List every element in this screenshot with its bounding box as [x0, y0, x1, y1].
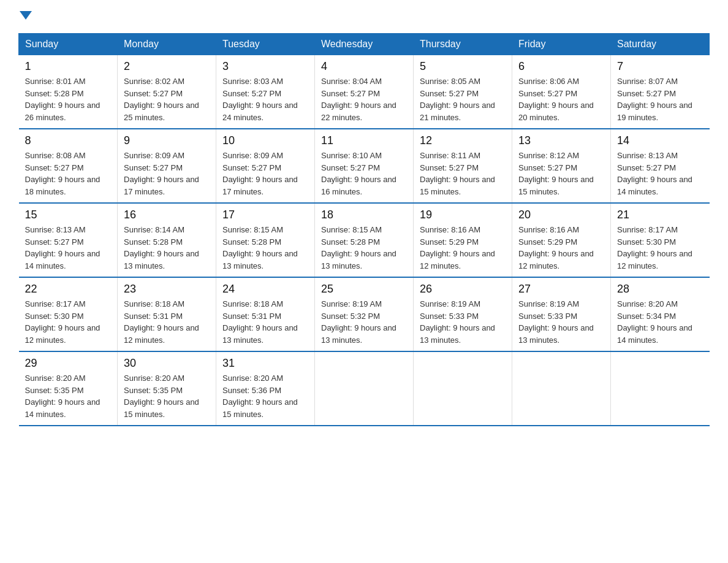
calendar-cell: 10 Sunrise: 8:09 AMSunset: 5:27 PMDaylig… — [216, 129, 315, 203]
calendar-cell: 29 Sunrise: 8:20 AMSunset: 5:35 PMDaylig… — [19, 351, 118, 426]
day-info: Sunrise: 8:19 AMSunset: 5:32 PMDaylight:… — [321, 299, 396, 345]
day-number: 21 — [617, 209, 703, 221]
day-number: 1 — [25, 60, 112, 73]
col-header-thursday: Thursday — [414, 34, 512, 55]
day-number: 11 — [321, 134, 407, 147]
calendar-cell: 28 Sunrise: 8:20 AMSunset: 5:34 PMDaylig… — [611, 277, 710, 351]
calendar-cell: 8 Sunrise: 8:08 AMSunset: 5:27 PMDayligh… — [19, 129, 118, 203]
day-number: 25 — [321, 283, 407, 296]
day-number: 20 — [518, 209, 604, 221]
calendar-cell: 27 Sunrise: 8:19 AMSunset: 5:33 PMDaylig… — [512, 277, 611, 351]
day-number: 29 — [25, 357, 112, 370]
col-header-saturday: Saturday — [611, 34, 710, 55]
calendar-cell: 7 Sunrise: 8:07 AMSunset: 5:27 PMDayligh… — [611, 55, 710, 129]
day-info: Sunrise: 8:06 AMSunset: 5:27 PMDaylight:… — [518, 77, 594, 122]
day-info: Sunrise: 8:03 AMSunset: 5:27 PMDaylight:… — [222, 77, 298, 122]
col-header-monday: Monday — [118, 34, 216, 55]
calendar-cell: 9 Sunrise: 8:09 AMSunset: 5:27 PMDayligh… — [118, 129, 216, 203]
day-info: Sunrise: 8:17 AMSunset: 5:30 PMDaylight:… — [617, 225, 692, 270]
week-row-1: 1 Sunrise: 8:01 AMSunset: 5:28 PMDayligh… — [19, 55, 710, 129]
day-info: Sunrise: 8:19 AMSunset: 5:33 PMDaylight:… — [518, 299, 594, 345]
day-info: Sunrise: 8:11 AMSunset: 5:27 PMDaylight:… — [420, 151, 495, 196]
calendar-cell — [315, 351, 414, 426]
calendar-cell: 16 Sunrise: 8:14 AMSunset: 5:28 PMDaylig… — [118, 203, 216, 277]
day-number: 2 — [124, 60, 210, 73]
day-info: Sunrise: 8:04 AMSunset: 5:27 PMDaylight:… — [321, 77, 396, 122]
day-number: 27 — [518, 283, 604, 296]
day-number: 8 — [25, 134, 112, 147]
day-info: Sunrise: 8:14 AMSunset: 5:28 PMDaylight:… — [124, 225, 199, 270]
calendar-cell: 30 Sunrise: 8:20 AMSunset: 5:35 PMDaylig… — [118, 351, 216, 426]
day-info: Sunrise: 8:07 AMSunset: 5:27 PMDaylight:… — [617, 77, 692, 122]
day-info: Sunrise: 8:09 AMSunset: 5:27 PMDaylight:… — [222, 151, 298, 196]
page-header — [18, 12, 710, 21]
calendar-cell: 5 Sunrise: 8:05 AMSunset: 5:27 PMDayligh… — [414, 55, 512, 129]
calendar-cell — [611, 351, 710, 426]
calendar-cell: 25 Sunrise: 8:19 AMSunset: 5:32 PMDaylig… — [315, 277, 414, 351]
week-row-5: 29 Sunrise: 8:20 AMSunset: 5:35 PMDaylig… — [19, 351, 710, 426]
day-info: Sunrise: 8:13 AMSunset: 5:27 PMDaylight:… — [617, 151, 692, 196]
day-info: Sunrise: 8:15 AMSunset: 5:28 PMDaylight:… — [222, 225, 298, 270]
col-header-tuesday: Tuesday — [216, 34, 315, 55]
calendar-cell: 3 Sunrise: 8:03 AMSunset: 5:27 PMDayligh… — [216, 55, 315, 129]
day-number: 4 — [321, 60, 407, 73]
calendar-cell: 14 Sunrise: 8:13 AMSunset: 5:27 PMDaylig… — [611, 129, 710, 203]
day-info: Sunrise: 8:16 AMSunset: 5:29 PMDaylight:… — [518, 225, 594, 270]
day-number: 16 — [124, 209, 210, 221]
calendar-cell: 12 Sunrise: 8:11 AMSunset: 5:27 PMDaylig… — [414, 129, 512, 203]
day-number: 13 — [518, 134, 604, 147]
calendar-cell: 18 Sunrise: 8:15 AMSunset: 5:28 PMDaylig… — [315, 203, 414, 277]
calendar-cell: 19 Sunrise: 8:16 AMSunset: 5:29 PMDaylig… — [414, 203, 512, 277]
calendar-cell: 15 Sunrise: 8:13 AMSunset: 5:27 PMDaylig… — [19, 203, 118, 277]
day-info: Sunrise: 8:18 AMSunset: 5:31 PMDaylight:… — [124, 299, 199, 345]
day-info: Sunrise: 8:13 AMSunset: 5:27 PMDaylight:… — [25, 225, 100, 270]
day-number: 6 — [518, 60, 604, 73]
day-number: 3 — [222, 60, 308, 73]
calendar-cell: 11 Sunrise: 8:10 AMSunset: 5:27 PMDaylig… — [315, 129, 414, 203]
day-info: Sunrise: 8:09 AMSunset: 5:27 PMDaylight:… — [124, 151, 199, 196]
day-info: Sunrise: 8:10 AMSunset: 5:27 PMDaylight:… — [321, 151, 396, 196]
calendar-table: SundayMondayTuesdayWednesdayThursdayFrid… — [18, 33, 710, 426]
day-number: 23 — [124, 283, 210, 296]
day-info: Sunrise: 8:08 AMSunset: 5:27 PMDaylight:… — [25, 151, 100, 196]
day-info: Sunrise: 8:20 AMSunset: 5:35 PMDaylight:… — [25, 373, 100, 419]
logo-arrow-icon — [20, 11, 32, 20]
day-info: Sunrise: 8:05 AMSunset: 5:27 PMDaylight:… — [420, 77, 495, 122]
day-number: 7 — [617, 60, 703, 73]
calendar-cell: 1 Sunrise: 8:01 AMSunset: 5:28 PMDayligh… — [19, 55, 118, 129]
day-number: 30 — [124, 357, 210, 370]
day-info: Sunrise: 8:20 AMSunset: 5:36 PMDaylight:… — [222, 373, 298, 419]
day-number: 28 — [617, 283, 703, 296]
day-info: Sunrise: 8:15 AMSunset: 5:28 PMDaylight:… — [321, 225, 396, 270]
calendar-cell: 20 Sunrise: 8:16 AMSunset: 5:29 PMDaylig… — [512, 203, 611, 277]
day-info: Sunrise: 8:12 AMSunset: 5:27 PMDaylight:… — [518, 151, 594, 196]
day-info: Sunrise: 8:20 AMSunset: 5:35 PMDaylight:… — [124, 373, 199, 419]
day-info: Sunrise: 8:18 AMSunset: 5:31 PMDaylight:… — [222, 299, 298, 345]
logo — [18, 12, 32, 21]
calendar-cell: 21 Sunrise: 8:17 AMSunset: 5:30 PMDaylig… — [611, 203, 710, 277]
day-number: 9 — [124, 134, 210, 147]
day-info: Sunrise: 8:20 AMSunset: 5:34 PMDaylight:… — [617, 299, 692, 345]
day-number: 22 — [25, 283, 112, 296]
week-row-2: 8 Sunrise: 8:08 AMSunset: 5:27 PMDayligh… — [19, 129, 710, 203]
day-number: 18 — [321, 209, 407, 221]
day-number: 12 — [420, 134, 506, 147]
day-info: Sunrise: 8:17 AMSunset: 5:30 PMDaylight:… — [25, 299, 100, 345]
col-header-sunday: Sunday — [19, 34, 118, 55]
day-info: Sunrise: 8:19 AMSunset: 5:33 PMDaylight:… — [420, 299, 495, 345]
day-number: 15 — [25, 209, 112, 221]
col-header-friday: Friday — [512, 34, 611, 55]
day-number: 19 — [420, 209, 506, 221]
day-info: Sunrise: 8:01 AMSunset: 5:28 PMDaylight:… — [25, 77, 100, 122]
calendar-cell: 6 Sunrise: 8:06 AMSunset: 5:27 PMDayligh… — [512, 55, 611, 129]
calendar-cell: 4 Sunrise: 8:04 AMSunset: 5:27 PMDayligh… — [315, 55, 414, 129]
day-number: 24 — [222, 283, 308, 296]
header-row: SundayMondayTuesdayWednesdayThursdayFrid… — [19, 34, 710, 55]
calendar-cell — [512, 351, 611, 426]
calendar-cell: 24 Sunrise: 8:18 AMSunset: 5:31 PMDaylig… — [216, 277, 315, 351]
calendar-cell: 13 Sunrise: 8:12 AMSunset: 5:27 PMDaylig… — [512, 129, 611, 203]
day-info: Sunrise: 8:02 AMSunset: 5:27 PMDaylight:… — [124, 77, 199, 122]
calendar-cell — [414, 351, 512, 426]
calendar-cell: 22 Sunrise: 8:17 AMSunset: 5:30 PMDaylig… — [19, 277, 118, 351]
week-row-4: 22 Sunrise: 8:17 AMSunset: 5:30 PMDaylig… — [19, 277, 710, 351]
